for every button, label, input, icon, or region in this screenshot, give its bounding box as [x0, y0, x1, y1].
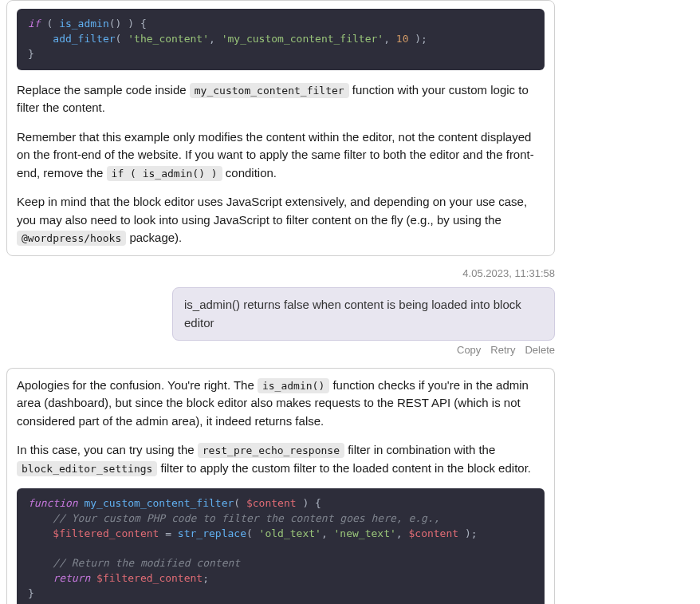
paragraph: In this case, you can try using the rest…	[17, 441, 545, 477]
inline-code: block_editor_settings	[17, 461, 157, 476]
inline-code: my_custom_content_filter	[190, 83, 349, 98]
assistant-message-2: Apologies for the confusion. You're righ…	[6, 368, 555, 604]
inline-code: if ( is_admin() )	[107, 166, 222, 181]
inline-code: rest_pre_echo_response	[198, 443, 344, 458]
code-block-2: function my_custom_content_filter( $cont…	[17, 488, 545, 604]
code-block-1: if ( is_admin() ) { add_filter( 'the_con…	[17, 9, 545, 70]
retry-button[interactable]: Retry	[490, 342, 515, 358]
message-actions: Copy Retry Delete	[6, 342, 555, 358]
timestamp: 4.05.2023, 11:31:58	[6, 266, 555, 282]
inline-code: @wordpress/hooks	[17, 231, 126, 246]
paragraph: Apologies for the confusion. You're righ…	[17, 377, 545, 431]
user-message: is_admin() returns false when content is…	[172, 287, 555, 341]
inline-code: is_admin()	[258, 378, 329, 393]
copy-button[interactable]: Copy	[457, 342, 481, 358]
paragraph: Replace the sample code inside my_custom…	[17, 81, 545, 117]
paragraph: Keep in mind that the block editor uses …	[17, 193, 545, 247]
assistant-message-1: if ( is_admin() ) { add_filter( 'the_con…	[6, 0, 555, 256]
delete-button[interactable]: Delete	[525, 342, 555, 358]
paragraph: Remember that this example only modifies…	[17, 128, 545, 183]
